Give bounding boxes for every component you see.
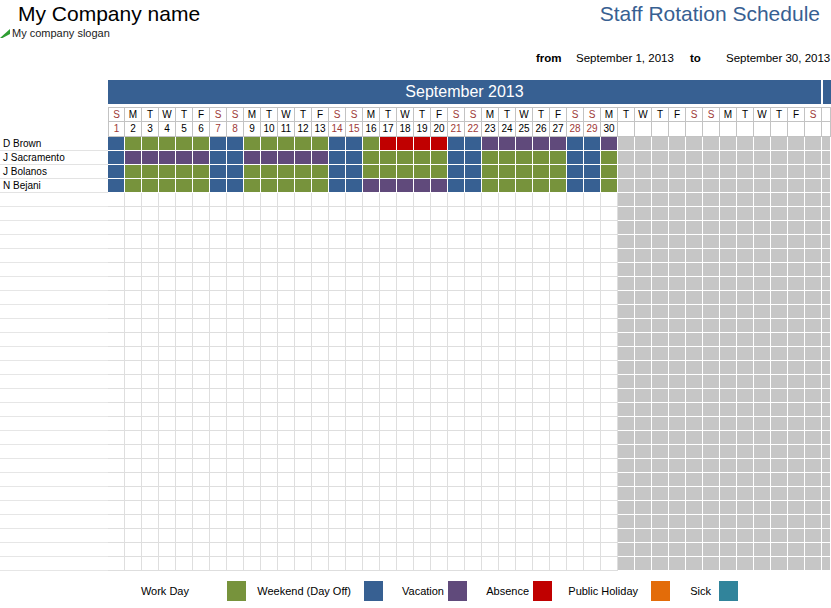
empty-cell[interactable] <box>448 361 465 375</box>
empty-cell[interactable] <box>465 557 482 571</box>
empty-cell[interactable] <box>380 515 397 529</box>
empty-cell[interactable] <box>278 473 295 487</box>
empty-cell[interactable] <box>516 347 533 361</box>
empty-cell[interactable] <box>176 375 193 389</box>
empty-cell[interactable] <box>176 207 193 221</box>
empty-cell[interactable] <box>329 459 346 473</box>
empty-cell[interactable] <box>499 529 516 543</box>
empty-cell[interactable] <box>584 431 601 445</box>
schedule-cell[interactable] <box>227 179 244 193</box>
empty-cell[interactable] <box>465 417 482 431</box>
empty-cell[interactable] <box>516 361 533 375</box>
empty-cell[interactable] <box>346 473 363 487</box>
empty-cell[interactable] <box>193 459 210 473</box>
empty-cell[interactable] <box>210 473 227 487</box>
empty-cell[interactable] <box>210 235 227 249</box>
name-cell[interactable] <box>0 431 108 445</box>
empty-cell[interactable] <box>244 305 261 319</box>
empty-cell[interactable] <box>142 207 159 221</box>
empty-cell[interactable] <box>550 487 567 501</box>
schedule-cell[interactable] <box>176 165 193 179</box>
empty-cell[interactable] <box>193 515 210 529</box>
schedule-cell[interactable] <box>125 137 142 151</box>
schedule-cell[interactable] <box>431 165 448 179</box>
empty-cell[interactable] <box>567 249 584 263</box>
empty-cell[interactable] <box>244 235 261 249</box>
empty-cell[interactable] <box>397 459 414 473</box>
empty-cell[interactable] <box>125 431 142 445</box>
empty-cell[interactable] <box>533 375 550 389</box>
empty-cell[interactable] <box>533 403 550 417</box>
schedule-cell[interactable] <box>380 165 397 179</box>
schedule-cell[interactable] <box>244 179 261 193</box>
empty-cell[interactable] <box>380 347 397 361</box>
empty-cell[interactable] <box>261 557 278 571</box>
empty-cell[interactable] <box>261 515 278 529</box>
empty-cell[interactable] <box>516 305 533 319</box>
empty-cell[interactable] <box>193 445 210 459</box>
empty-cell[interactable] <box>482 487 499 501</box>
empty-cell[interactable] <box>176 417 193 431</box>
empty-cell[interactable] <box>142 529 159 543</box>
empty-cell[interactable] <box>159 263 176 277</box>
empty-cell[interactable] <box>550 249 567 263</box>
empty-cell[interactable] <box>346 193 363 207</box>
name-cell[interactable] <box>0 277 108 291</box>
empty-cell[interactable] <box>278 445 295 459</box>
empty-cell[interactable] <box>465 389 482 403</box>
empty-cell[interactable] <box>397 333 414 347</box>
schedule-cell[interactable] <box>278 179 295 193</box>
empty-cell[interactable] <box>567 501 584 515</box>
schedule-cell[interactable] <box>261 137 278 151</box>
empty-cell[interactable] <box>431 319 448 333</box>
empty-cell[interactable] <box>159 249 176 263</box>
empty-cell[interactable] <box>397 389 414 403</box>
empty-cell[interactable] <box>397 305 414 319</box>
empty-cell[interactable] <box>567 529 584 543</box>
empty-cell[interactable] <box>448 305 465 319</box>
empty-cell[interactable] <box>295 333 312 347</box>
empty-cell[interactable] <box>380 375 397 389</box>
empty-cell[interactable] <box>567 277 584 291</box>
empty-cell[interactable] <box>380 445 397 459</box>
empty-cell[interactable] <box>380 459 397 473</box>
empty-cell[interactable] <box>414 501 431 515</box>
empty-cell[interactable] <box>397 445 414 459</box>
empty-cell[interactable] <box>244 221 261 235</box>
empty-cell[interactable] <box>363 221 380 235</box>
empty-cell[interactable] <box>397 557 414 571</box>
empty-cell[interactable] <box>550 235 567 249</box>
schedule-cell[interactable] <box>346 137 363 151</box>
empty-cell[interactable] <box>210 347 227 361</box>
empty-cell[interactable] <box>142 263 159 277</box>
empty-cell[interactable] <box>193 319 210 333</box>
empty-cell[interactable] <box>176 333 193 347</box>
empty-cell[interactable] <box>533 235 550 249</box>
empty-cell[interactable] <box>295 557 312 571</box>
empty-cell[interactable] <box>329 333 346 347</box>
empty-cell[interactable] <box>142 431 159 445</box>
schedule-cell[interactable] <box>261 165 278 179</box>
empty-cell[interactable] <box>193 193 210 207</box>
empty-cell[interactable] <box>431 459 448 473</box>
empty-cell[interactable] <box>142 235 159 249</box>
empty-cell[interactable] <box>278 291 295 305</box>
schedule-cell[interactable] <box>108 151 125 165</box>
empty-cell[interactable] <box>125 473 142 487</box>
schedule-cell[interactable] <box>346 179 363 193</box>
empty-cell[interactable] <box>227 291 244 305</box>
empty-cell[interactable] <box>312 375 329 389</box>
empty-cell[interactable] <box>108 487 125 501</box>
schedule-cell[interactable] <box>244 151 261 165</box>
empty-cell[interactable] <box>329 403 346 417</box>
schedule-cell[interactable] <box>142 165 159 179</box>
schedule-cell[interactable] <box>346 151 363 165</box>
empty-cell[interactable] <box>210 277 227 291</box>
empty-cell[interactable] <box>125 221 142 235</box>
empty-cell[interactable] <box>329 305 346 319</box>
empty-cell[interactable] <box>499 431 516 445</box>
empty-cell[interactable] <box>142 473 159 487</box>
empty-cell[interactable] <box>448 557 465 571</box>
empty-cell[interactable] <box>397 403 414 417</box>
empty-cell[interactable] <box>295 249 312 263</box>
